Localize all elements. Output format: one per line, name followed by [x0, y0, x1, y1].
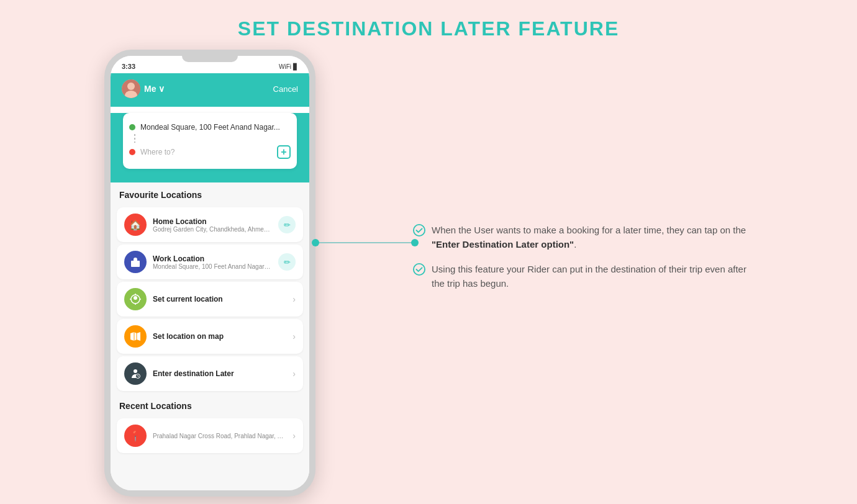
- work-location-info: Work Location Mondeal Square, 100 Feet A…: [153, 254, 272, 270]
- cancel-button[interactable]: Cancel: [273, 84, 298, 94]
- user-label: Me ∨: [144, 84, 165, 94]
- enter-destination-later-label: Enter destination Later: [153, 369, 286, 378]
- phone-scroll-content[interactable]: Favourite Locations 🏠 Home Location Godr…: [111, 182, 309, 497]
- home-location-info: Home Location Godrej Garden City, Chandk…: [153, 217, 272, 233]
- location-inputs: Mondeal Square, 100 Feet Anand Nagar... …: [123, 113, 297, 169]
- work-location-icon: [124, 251, 147, 273]
- work-location-address: Mondeal Square, 100 Feet Anand Nagar Roa…: [153, 263, 272, 270]
- work-location-edit-button[interactable]: ✏: [278, 253, 296, 271]
- set-current-location-label: Set current location: [153, 295, 286, 304]
- recent-location-icon: 📍: [124, 425, 147, 447]
- phone-notch: [182, 56, 238, 62]
- list-item[interactable]: Work Location Mondeal Square, 100 Feet A…: [117, 245, 303, 279]
- list-item[interactable]: 🏠 Home Location Godrej Garden City, Chan…: [117, 207, 303, 242]
- chevron-right-icon: ›: [292, 431, 296, 441]
- pickup-text: Mondeal Square, 100 Feet Anand Nagar...: [140, 123, 291, 132]
- list-item[interactable]: Set current location ›: [117, 282, 303, 317]
- svg-marker-6: [130, 332, 140, 341]
- pickup-dot: [129, 124, 135, 130]
- svg-point-14: [414, 264, 425, 275]
- set-location-on-map-info: Set location on map: [153, 332, 286, 341]
- connector-dot-left: [312, 239, 319, 246]
- connector-dashes: [134, 134, 135, 143]
- home-location-icon: 🏠: [124, 214, 147, 236]
- phone-status-bar: 3:33 WiFi ▊: [111, 56, 309, 73]
- favourite-locations-title: Favourite Locations: [111, 182, 309, 205]
- svg-point-9: [134, 369, 137, 373]
- info-item-1: When the User wants to make a booking fo…: [413, 223, 748, 251]
- home-location-edit-button[interactable]: ✏: [278, 216, 296, 233]
- pickup-row[interactable]: Mondeal Square, 100 Feet Anand Nagar...: [129, 119, 291, 135]
- destination-row[interactable]: Where to? +: [129, 142, 291, 163]
- svg-point-13: [414, 225, 425, 236]
- chevron-right-icon: ›: [292, 294, 296, 304]
- check-icon-2: [413, 263, 425, 276]
- svg-point-4: [134, 296, 137, 300]
- svg-point-1: [127, 83, 135, 90]
- recent-location-address: Prahalad Nagar Cross Road, Prahlad Nagar…: [153, 433, 286, 439]
- connector-line: [315, 242, 415, 243]
- set-location-on-map-icon: [124, 325, 147, 348]
- recent-location-info: Prahalad Nagar Cross Road, Prahlad Nagar…: [153, 433, 286, 439]
- work-location-name: Work Location: [153, 254, 272, 263]
- chevron-right-icon: ›: [292, 331, 296, 341]
- phone-status-icons: WiFi ▊: [279, 63, 298, 70]
- set-location-on-map-label: Set location on map: [153, 332, 286, 341]
- avatar: [122, 79, 140, 98]
- phone-time: 3:33: [122, 63, 135, 70]
- phone-mockup: 3:33 WiFi ▊ Me ∨ Cancel: [104, 50, 315, 497]
- destination-placeholder: Where to?: [140, 148, 272, 156]
- enter-destination-later-icon: [124, 362, 147, 385]
- destination-dot: [129, 149, 135, 155]
- app-header: Me ∨ Cancel: [111, 73, 309, 107]
- info-item-2: Using this feature your Rider can put in…: [413, 263, 748, 290]
- home-location-name: Home Location: [153, 217, 272, 226]
- info-text-1: When the User wants to make a booking fo…: [432, 223, 748, 251]
- list-item[interactable]: 📍 Prahalad Nagar Cross Road, Prahlad Nag…: [117, 418, 303, 453]
- set-current-location-icon: [124, 288, 147, 310]
- recent-locations-title: Recent Locations: [111, 394, 309, 416]
- home-location-address: Godrej Garden City, Chandkheda, Ahmedaba…: [153, 226, 272, 233]
- page-title: SET DESTINATION LATER FEATURE: [0, 0, 857, 40]
- enter-destination-later-info: Enter destination Later: [153, 369, 286, 378]
- connector: [315, 242, 415, 243]
- chevron-right-icon: ›: [292, 369, 296, 379]
- list-item[interactable]: Enter destination Later ›: [117, 356, 303, 391]
- info-text-2: Using this feature your Rider can put in…: [432, 263, 748, 290]
- info-panel: When the User wants to make a booking fo…: [413, 223, 748, 302]
- check-icon-1: [413, 224, 425, 236]
- svg-rect-3: [131, 261, 140, 267]
- add-stop-button[interactable]: +: [277, 145, 291, 159]
- set-current-location-info: Set current location: [153, 295, 286, 304]
- list-item[interactable]: Set location on map ›: [117, 319, 303, 354]
- user-selector[interactable]: Me ∨: [122, 79, 165, 98]
